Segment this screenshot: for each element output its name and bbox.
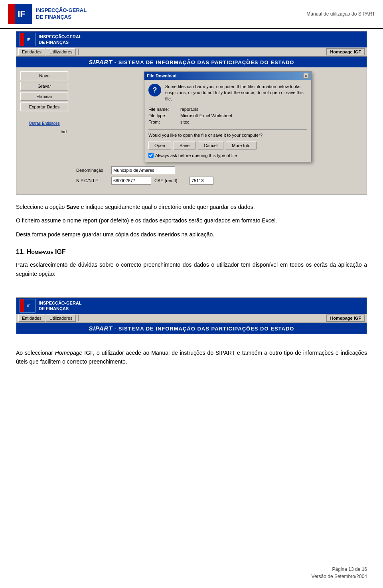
app-logo: IF — [20, 33, 36, 46]
checkbox-row: Always ask before opening this type of f… — [148, 153, 307, 158]
warning-icon: ? — [148, 84, 161, 96]
dialog-close-button[interactable]: × — [303, 73, 309, 79]
nav2-utilizadores[interactable]: Utilizadores — [46, 315, 76, 322]
dialog-question: Would you like to open the file or save … — [148, 133, 307, 138]
app-content: Novo Gravar Eliminar Exportar Dados Outr… — [16, 67, 367, 194]
file-type-label: File type: — [148, 113, 176, 118]
app-screenshot-1: IF INSPECÇÃO-GERAL DE FINANÇAS Entidades… — [16, 31, 367, 195]
dialog-titlebar: File Download × — [144, 72, 311, 80]
nav-bar-2: Entidades Utilizadores Homepage IGF — [16, 314, 367, 323]
para1-rest: e indique seguidamente qual o directório… — [79, 204, 255, 210]
bottom-paragraph: Ao seleccionar Homepage IGF, o utilizado… — [16, 348, 367, 366]
left-panel: Novo Gravar Eliminar Exportar Dados Outr… — [20, 71, 68, 190]
page-footer: Página 13 de 16 Versão de Setembro/2004 — [312, 566, 367, 580]
always-ask-checkbox[interactable] — [148, 153, 154, 158]
paragraph-3: Desta forma pode sempre guardar uma cópi… — [16, 230, 367, 239]
sipart-subtitle: - SISTEMA DE INFORMAÇÃO DAS PARTICIPAÇÕE… — [115, 59, 294, 65]
app-inner-header: IF INSPECÇÃO-GERAL DE FINANÇAS — [16, 31, 367, 47]
sipart-title-bar-2: SIPART - SISTEMA DE INFORMAÇÃO DAS PARTI… — [16, 323, 367, 334]
dialog-warning-text: Some files can harm your computer. If th… — [165, 84, 307, 102]
save-button[interactable]: Save — [174, 142, 195, 149]
file-name-row: File name: report.xls — [148, 107, 307, 112]
logo-area: IF INSPECÇÃO-GERAL DE FINANÇAS — [8, 4, 87, 24]
npc-row: N.P.C/N.I.F CAE (rev II) — [76, 177, 359, 185]
exportar-button[interactable]: Exportar Dados — [20, 102, 68, 111]
app2-header: IF INSPECÇÃO-GERAL DE FINANÇAS — [16, 298, 367, 314]
eliminar-button[interactable]: Eliminar — [20, 92, 68, 101]
sipart-title-bar: SIPART - SISTEMA DE INFORMAÇÃO DAS PARTI… — [16, 57, 367, 67]
gravar-button[interactable]: Gravar — [20, 82, 68, 90]
section-number: 11. — [16, 248, 25, 255]
file-type-row: File type: Microsoft Excel Worksheet — [148, 113, 307, 118]
section-title: Homepage IGF — [27, 248, 66, 255]
bottom-form-rows: Denominação N.P.C/N.I.F CAE (rev II) — [72, 163, 363, 190]
nav-utilizadores[interactable]: Utilizadores — [46, 48, 76, 55]
app2-org-name: INSPECÇÃO-GERAL DE FINANÇAS — [39, 300, 82, 312]
logo-red-stripe — [20, 299, 24, 312]
save-bold: Save — [66, 204, 79, 210]
denominacao-input[interactable] — [111, 166, 175, 174]
page-header: IF INSPECÇÃO-GERAL DE FINANÇAS Manual de… — [0, 0, 383, 29]
nav-separator — [78, 49, 79, 55]
checkbox-label: Always ask before opening this type of f… — [155, 153, 237, 158]
cae-label: CAE (rev II) — [154, 178, 186, 183]
denominacao-row: Denominação — [76, 166, 359, 174]
section-heading: 11. Homepage IGF — [16, 248, 367, 256]
npc-input[interactable] — [111, 177, 151, 185]
bottom-text-content: Ao seleccionar Homepage IGF, o utilizado… — [0, 340, 383, 379]
page-number: Página 13 de 16 — [312, 566, 367, 573]
nav-entidades[interactable]: Entidades — [18, 48, 45, 55]
from-row: From: sitec — [148, 120, 307, 124]
paragraph-1: Seleccione a opção Save e indique seguid… — [16, 203, 367, 211]
nav2-entidades[interactable]: Entidades — [18, 315, 45, 322]
homepage-italic: Homepage — [55, 350, 83, 356]
app-screenshot-2: IF INSPECÇÃO-GERAL DE FINANÇAS Entidades… — [16, 297, 367, 334]
from-label: From: — [148, 120, 176, 124]
nav-bar: Entidades Utilizadores Homepage IGF — [16, 47, 367, 57]
dialog-info-table: File name: report.xls File type: Microso… — [148, 107, 307, 124]
file-type-value: Microsoft Excel Worksheet — [180, 113, 232, 118]
version-info: Versão de Setembro/2004 — [312, 573, 367, 580]
file-name-value: report.xls — [180, 107, 198, 112]
app2-logo: IF — [20, 299, 36, 313]
main-content-area: File Download × ? Some files can harm yo… — [72, 71, 363, 190]
dialog-warning-row: ? Some files can harm your computer. If … — [148, 84, 307, 102]
file-download-dialog: File Download × ? Some files can harm yo… — [144, 71, 312, 162]
main-logo: IF — [8, 4, 32, 24]
org-name: INSPECÇÃO-GERAL DE FINANÇAS — [36, 7, 87, 21]
nav2-separator — [78, 315, 79, 321]
sipart-text: SIPART — [89, 59, 113, 65]
text-content: Seleccione a opção Save e indique seguid… — [0, 195, 383, 291]
dialog-buttons: Open Save Cancel More Info — [148, 142, 307, 149]
outras-entidades-link[interactable]: Outras Entidades — [20, 121, 68, 126]
bottom-start: Ao seleccionar — [16, 350, 55, 356]
paragraph-2: O ficheiro assume o nome report (por def… — [16, 216, 367, 225]
from-value: sitec — [180, 120, 190, 124]
open-button[interactable]: Open — [148, 142, 171, 149]
more-info-button[interactable]: More Info — [226, 142, 256, 149]
dialog-divider — [148, 129, 307, 130]
sipart2-text: SIPART — [89, 325, 113, 332]
cae-input[interactable] — [190, 177, 213, 185]
nav2-homepage[interactable]: Homepage IGF — [326, 315, 365, 322]
dialog-body: ? Some files can harm your computer. If … — [144, 80, 311, 162]
file-name-label: File name: — [148, 107, 176, 112]
cancel-button[interactable]: Cancel — [198, 142, 223, 149]
npc-label: N.P.C/N.I.F — [76, 178, 108, 183]
novo-button[interactable]: Novo — [20, 71, 68, 80]
dialog-title: File Download — [147, 73, 177, 78]
sipart2-subtitle: - SISTEMA DE INFORMAÇÃO DAS PARTICIPAÇÕE… — [115, 326, 294, 332]
logo-if-text: IF — [27, 304, 30, 308]
manual-title: Manual de utilização do SIPART — [306, 11, 375, 17]
para1-text: Seleccione a opção — [16, 204, 66, 210]
app-org-name: INSPECÇÃO-GERAL DE FINANÇAS — [39, 34, 82, 45]
nav-homepage[interactable]: Homepage IGF — [326, 48, 365, 55]
section-paragraph: Para esclarecimento de dúvidas sobre o c… — [16, 260, 367, 278]
denominacao-label: Denominação — [76, 168, 108, 173]
ind-label: Ind — [20, 129, 67, 134]
